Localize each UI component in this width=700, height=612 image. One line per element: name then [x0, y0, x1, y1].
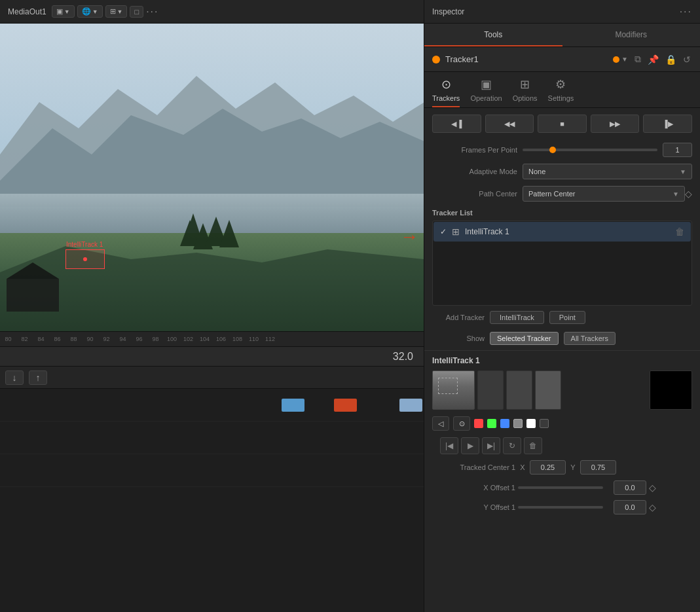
- show-label: Show: [432, 334, 485, 342]
- thumbnails-row: [432, 370, 692, 410]
- tracked-center-x[interactable]: 0.25: [530, 460, 566, 475]
- copy-icon-btn[interactable]: ⧉: [633, 52, 642, 66]
- lock-icon-btn[interactable]: 🔒: [664, 52, 678, 66]
- show-selected-btn[interactable]: Selected Tracker: [490, 332, 559, 345]
- path-center-diamond[interactable]: ◇: [685, 189, 692, 199]
- tracker-delete-btn-0[interactable]: 🗑: [675, 226, 684, 237]
- tracker-color-dropdown[interactable]: ▼: [613, 56, 628, 63]
- x-offset-label: X Offset 1: [440, 484, 515, 492]
- tl-import-btn[interactable]: ↓: [5, 370, 24, 385]
- viewer-btn-2[interactable]: 🌐 ▼: [77, 5, 103, 18]
- ruler-tick-104: 104: [196, 336, 213, 342]
- y-axis-label: Y: [568, 463, 578, 471]
- thumb-dashed-box: [438, 378, 458, 394]
- tracked-center-y[interactable]: 0.75: [580, 460, 616, 475]
- path-center-dropdown[interactable]: Pattern Center ▼: [523, 186, 685, 202]
- ctrl-play-btn[interactable]: ▶: [461, 437, 479, 454]
- subtab-operation-label: Operation: [470, 94, 502, 102]
- viewer-toolbar: MediaOut1 ▣ ▼ 🌐 ▼ ⊞ ▼ □ ···: [0, 0, 424, 23]
- adaptive-mode-row: Adaptive Mode None ▼: [424, 160, 700, 183]
- y-offset-value[interactable]: 0.0: [614, 500, 646, 514]
- show-row: Show Selected Tracker All Trackers: [424, 329, 700, 350]
- thumbnail-prev-btn[interactable]: ◁: [432, 416, 449, 431]
- color-dot-green[interactable]: [487, 419, 496, 428]
- ctrl-prev-btn[interactable]: |◀: [440, 437, 458, 454]
- frames-slider-thumb[interactable]: [549, 147, 556, 153]
- viewer-btn-1[interactable]: ▣ ▼: [52, 5, 75, 18]
- ruler-tick-98: 98: [147, 336, 164, 342]
- thumbnail-black: [650, 370, 692, 410]
- y-offset-row: Y Offset 1 0.0 ◇: [432, 497, 692, 517]
- tab-tools[interactable]: Tools: [424, 24, 562, 46]
- x-offset-diamond[interactable]: ◇: [649, 482, 656, 493]
- add-intellitrack-btn[interactable]: IntelliTrack: [490, 311, 544, 324]
- subtab-trackers-label: Trackers: [432, 94, 460, 102]
- settings-icon: ⚙: [555, 77, 566, 92]
- trackers-icon: ⊙: [441, 77, 451, 92]
- tracker-center-dot: [83, 257, 87, 261]
- ruler-tick-92: 92: [98, 336, 115, 342]
- transport-controls: ◀▐ ◀◀ ■ ▶▶ ▐▶: [424, 108, 700, 139]
- ctrl-loop-btn[interactable]: ↻: [503, 437, 521, 454]
- transport-rev-play[interactable]: ◀◀: [485, 115, 534, 133]
- viewer-btn-3[interactable]: ⊞ ▼: [105, 5, 128, 18]
- transport-stop[interactable]: ■: [538, 115, 587, 133]
- x-offset-slider[interactable]: [518, 486, 603, 489]
- tab-modifiers[interactable]: Modifiers: [562, 24, 701, 46]
- ruler-tick-82: 82: [16, 336, 33, 342]
- track-bar-blue-1: [282, 399, 304, 412]
- svg-marker-5: [0, 246, 424, 331]
- ruler-tick-100: 100: [164, 336, 180, 342]
- svg-rect-3: [0, 194, 424, 233]
- right-panel: Tools Modifiers Tracker1 ▼ ⧉ 📌 🔒 ↺ ⊙ Tra…: [424, 24, 700, 612]
- subtab-operation[interactable]: ▣ Operation: [470, 77, 502, 107]
- color-dot-grey[interactable]: [513, 419, 523, 428]
- frames-slider-track[interactable]: [523, 149, 657, 151]
- pin-icon-btn[interactable]: 📌: [646, 52, 660, 66]
- arrow-indicator: →: [400, 226, 418, 247]
- tl-export-btn[interactable]: ↑: [29, 370, 47, 385]
- x-offset-value[interactable]: 0.0: [614, 480, 646, 495]
- track-row-1: [0, 389, 424, 422]
- subtab-options[interactable]: ⊞ Options: [513, 77, 538, 107]
- transport-rev-end[interactable]: ◀▐: [432, 115, 481, 133]
- header-icons: ⧉ 📌 🔒 ↺: [633, 52, 692, 66]
- thumbnail-color-btn[interactable]: ⊙: [453, 416, 470, 431]
- reset-icon-btn[interactable]: ↺: [682, 52, 692, 66]
- y-offset-diamond[interactable]: ◇: [649, 502, 656, 513]
- color-dot-white[interactable]: [526, 419, 536, 428]
- svg-rect-11: [7, 279, 59, 312]
- ctrl-delete-btn[interactable]: 🗑: [524, 437, 542, 454]
- thumbnail-main: [432, 370, 475, 410]
- show-all-btn[interactable]: All Trackers: [564, 332, 616, 345]
- viewer: IntelliTrack 1 →: [0, 24, 424, 331]
- adaptive-mode-dropdown[interactable]: None ▼: [523, 164, 692, 179]
- ruler-tick-94: 94: [115, 336, 131, 342]
- tracker-list-item-0[interactable]: ✓ ⊞ IntelliTrack 1 🗑: [433, 222, 691, 242]
- left-panel: IntelliTrack 1 → 80 82 84 86 88 90 92 94…: [0, 24, 424, 612]
- ctrl-next-btn[interactable]: ▶|: [482, 437, 500, 454]
- transport-fwd-end[interactable]: ▐▶: [643, 115, 692, 133]
- subtab-trackers[interactable]: ⊙ Trackers: [432, 77, 460, 107]
- color-dot-blue[interactable]: [500, 419, 509, 428]
- frames-per-point-value[interactable]: 1: [663, 143, 692, 157]
- color-dot-red[interactable]: [474, 419, 483, 428]
- transport-fwd-play[interactable]: ▶▶: [591, 115, 640, 133]
- ruler-tick-88: 88: [65, 336, 82, 342]
- viewer-btn-4[interactable]: □: [130, 6, 143, 18]
- inspector-more-btn[interactable]: ···: [680, 6, 692, 18]
- color-dot-none[interactable]: [540, 419, 549, 428]
- tracker-color-dot: [613, 56, 619, 63]
- add-tracker-label: Add Tracker: [432, 314, 485, 321]
- timeline-ruler: 80 82 84 86 88 90 92 94 96 98 100 102 10…: [0, 331, 424, 347]
- track-row-3: [0, 454, 424, 487]
- y-offset-slider[interactable]: [518, 506, 603, 509]
- x-offset-row: X Offset 1 0.0 ◇: [432, 478, 692, 497]
- track-bar-red: [334, 399, 357, 412]
- thumbnail-small-2: [506, 370, 532, 410]
- add-point-btn[interactable]: Point: [549, 311, 585, 324]
- top-bar: MediaOut1 ▣ ▼ 🌐 ▼ ⊞ ▼ □ ··· Inspector ··…: [0, 0, 700, 24]
- subtab-settings[interactable]: ⚙ Settings: [548, 77, 574, 107]
- viewer-more-btn[interactable]: ···: [146, 6, 158, 18]
- ruler-tick-108: 108: [229, 336, 246, 342]
